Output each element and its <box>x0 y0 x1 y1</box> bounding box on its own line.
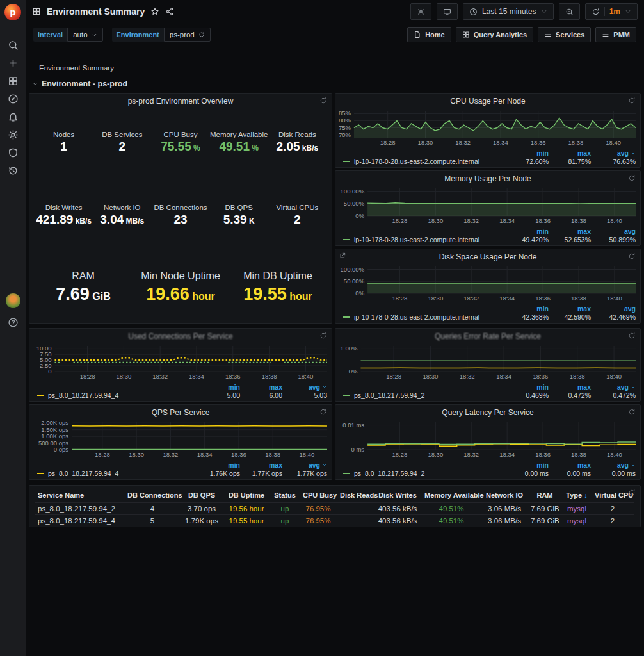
zoom-out-button[interactable] <box>559 3 580 20</box>
legend-sort-min[interactable]: min <box>198 461 240 469</box>
legend-sort-min[interactable]: min <box>506 149 549 157</box>
submenu-link-services[interactable]: Services <box>538 27 591 42</box>
tv-mode-button[interactable] <box>437 3 458 20</box>
panel-refresh-icon[interactable] <box>628 174 636 182</box>
environment-variable-value[interactable]: ps-prod <box>164 28 211 42</box>
settings-icon[interactable] <box>8 129 19 140</box>
panel-refresh-icon[interactable] <box>319 408 327 416</box>
query-latency-chart[interactable]: 0 ms0.01 ms18:2818:3018:3218:3418:3618:3… <box>338 420 637 458</box>
table-header-db-connections[interactable]: DB Connections <box>124 489 181 502</box>
dashboard-settings-button[interactable] <box>410 3 431 20</box>
legend-series-name[interactable]: ps_8.0_18.217.59.94_2 <box>343 470 506 477</box>
legend-sort-max[interactable]: max <box>549 227 591 235</box>
panel-refresh-icon[interactable] <box>628 332 636 340</box>
search-icon[interactable] <box>8 40 19 51</box>
legend-sort-max[interactable]: max <box>240 461 282 469</box>
legend-sort-avg[interactable]: avg <box>282 383 327 391</box>
svg-text:18:28: 18:28 <box>386 373 401 380</box>
stat-disk-reads: Disk Reads2.05 kB/s <box>268 131 326 154</box>
cpu-usage-chart[interactable]: 70%75%80%85%18:2818:3018:3218:3418:3618:… <box>338 108 637 146</box>
qps-chart[interactable]: 0 ops500.00 ops1.00K ops1.50K ops2.00K o… <box>32 420 328 458</box>
time-range-picker[interactable]: Last 15 minutes <box>463 3 554 20</box>
user-avatar[interactable] <box>6 293 20 308</box>
panel-title[interactable]: ps-prod Environment Overview <box>128 97 234 106</box>
legend-sort-min[interactable]: min <box>506 305 549 313</box>
legend-sort-max[interactable]: max <box>549 383 591 391</box>
panel-title[interactable]: Memory Usage Per Node <box>444 174 531 183</box>
legend-sort-max[interactable]: max <box>549 305 591 313</box>
help-icon[interactable] <box>8 317 19 328</box>
legend-sort-max[interactable]: max <box>549 461 591 469</box>
submenu-link-pmm[interactable]: PMM <box>595 27 636 42</box>
svg-text:0 ops: 0 ops <box>54 446 68 453</box>
star-icon[interactable] <box>150 7 159 16</box>
legend-sort-avg[interactable]: avg <box>591 149 636 157</box>
legend-sort-max[interactable]: max <box>549 149 591 157</box>
legend-sort-min[interactable]: min <box>506 227 549 235</box>
panel-title[interactable]: Query Latency Per Service <box>442 408 533 417</box>
external-link-icon[interactable] <box>339 252 346 259</box>
submenu-link-query-analytics[interactable]: Query Analytics <box>456 27 533 42</box>
panel-title[interactable]: QPS Per Service <box>152 408 210 417</box>
table-header-db-uptime[interactable]: DB Uptime <box>223 489 270 502</box>
legend-series-name[interactable]: ip-10-178-0-28.us-east-2.compute.interna… <box>343 313 506 321</box>
share-icon[interactable] <box>165 7 174 16</box>
legend-series-name[interactable]: ps_8.0_18.217.59.94_2 <box>343 391 506 399</box>
panel-title[interactable]: Used Connections Per Service <box>128 332 232 341</box>
table-header-network-io[interactable]: Network IO <box>481 489 527 502</box>
svg-text:50.00%: 50.00% <box>344 277 365 284</box>
table-header-type[interactable]: Type ↓ <box>562 489 592 502</box>
alerting-icon[interactable] <box>8 111 19 122</box>
legend-series-name[interactable]: ps_8.0_18.217.59.94_4 <box>37 391 198 399</box>
panel-refresh-icon[interactable] <box>628 97 636 104</box>
submenu-link-home[interactable]: Home <box>407 27 451 42</box>
legend-stat-value: 42.590% <box>549 313 591 321</box>
svg-text:18:32: 18:32 <box>455 139 471 146</box>
legend-sort-min[interactable]: min <box>198 383 240 391</box>
used-connections-chart[interactable]: 02.505.007.5010.0018:2818:3018:3218:3418… <box>32 343 328 380</box>
refresh-button[interactable]: 1m <box>585 3 638 20</box>
panel-title[interactable]: CPU Usage Per Node <box>450 97 525 106</box>
legend-sort-avg[interactable]: avg <box>591 227 636 235</box>
table-header-cpu-busy[interactable]: CPU Busy <box>300 489 337 502</box>
panel-refresh-icon[interactable] <box>319 332 327 340</box>
legend-series-name[interactable]: ip-10-178-0-28.us-east-2.compute.interna… <box>343 158 506 165</box>
table-header-ram[interactable]: RAM <box>527 489 562 502</box>
panel-title[interactable]: Disk Space Usage Per Node <box>439 252 537 261</box>
table-header-service-name[interactable]: Service Name <box>35 489 124 502</box>
disk-space-chart[interactable]: 0%50.00%100.00%18:2818:3018:3218:3418:36… <box>338 264 637 302</box>
legend-sort-avg[interactable]: avg <box>591 461 636 469</box>
panel-title[interactable]: Queries Error Rate Per Service <box>435 332 541 341</box>
panel-refresh-icon[interactable] <box>319 97 327 104</box>
history-icon[interactable] <box>8 165 19 176</box>
security-icon[interactable] <box>8 147 19 158</box>
explore-icon[interactable] <box>8 94 19 104</box>
legend-series-name[interactable]: ps_8.0_18.217.59.94_4 <box>37 470 198 477</box>
interval-variable-value[interactable]: auto <box>67 28 102 42</box>
legend-series-name[interactable]: ip-10-178-0-28.us-east-2.compute.interna… <box>343 236 506 243</box>
panel-refresh-icon[interactable] <box>628 408 636 416</box>
table-header-disk-writes[interactable]: Disk Writes <box>374 489 421 502</box>
percona-logo[interactable]: p <box>4 4 21 20</box>
legend-sort-min[interactable]: min <box>506 461 549 469</box>
table-header-db-qps[interactable]: DB QPS <box>181 489 223 502</box>
legend-sort-avg[interactable]: avg <box>591 305 636 313</box>
table-header-memory-available[interactable]: Memory Available <box>421 489 481 502</box>
legend-sort-max[interactable]: max <box>240 383 282 391</box>
legend-sort-avg[interactable]: avg <box>591 383 636 391</box>
queries-error-rate-chart[interactable]: 0%1.00%18:2818:3018:3218:3418:3618:3818:… <box>338 343 637 380</box>
add-icon[interactable] <box>8 58 19 69</box>
legend-sort-min[interactable]: min <box>506 383 549 391</box>
interval-variable-label[interactable]: Interval <box>33 28 67 42</box>
row-header-environment[interactable]: Environment - ps-prod <box>32 79 127 88</box>
table-header-virtual-cpu[interactable]: Virtual CPU <box>592 489 634 502</box>
panel-services-table: Service NameDB ConnectionsDB QPSDB Uptim… <box>29 485 641 527</box>
table-header-disk-reads[interactable]: Disk Reads <box>337 489 374 502</box>
table-header-status[interactable]: Status <box>270 489 300 502</box>
panel-refresh-icon[interactable] <box>628 252 636 260</box>
legend-sort-avg[interactable]: avg <box>282 461 327 469</box>
svg-text:18:32: 18:32 <box>460 373 475 380</box>
environment-variable-label[interactable]: Environment <box>112 28 164 42</box>
memory-usage-chart[interactable]: 0%50.00%100.00%18:2818:3018:3218:3418:36… <box>338 186 637 224</box>
dashboards-icon[interactable] <box>8 76 19 86</box>
